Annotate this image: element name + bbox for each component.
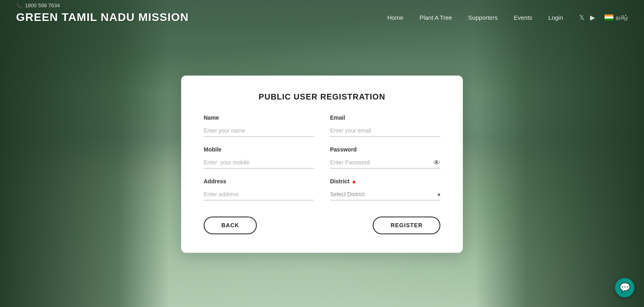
- password-input[interactable]: [330, 157, 440, 168]
- password-label: Password: [330, 146, 440, 153]
- address-group: Address: [204, 178, 314, 200]
- india-flag: [605, 15, 613, 21]
- phone-icon: 📞: [16, 2, 23, 8]
- twitter-icon[interactable]: 𝕏: [579, 14, 584, 21]
- nav-supporters[interactable]: Supporters: [468, 14, 497, 21]
- phone-number: 1800 599 7634: [25, 2, 60, 8]
- district-select[interactable]: Select District Chennai Coimbatore Madur…: [330, 189, 440, 200]
- site-title: GREEN TAMIL NADU MISSION: [16, 11, 387, 24]
- trees-right: [475, 0, 644, 307]
- chat-icon: 💬: [619, 282, 630, 293]
- nav-login[interactable]: Login: [548, 14, 563, 21]
- email-label: Email: [330, 114, 440, 121]
- back-button[interactable]: BACK: [204, 216, 257, 234]
- name-group: Name: [204, 114, 314, 137]
- name-label: Name: [204, 114, 314, 121]
- mobile-group: Mobile: [204, 146, 314, 168]
- header: 📞 1800 599 7634 GREEN TAMIL NADU MISSION…: [0, 0, 644, 30]
- social-icons: 𝕏 ▶ தமிழ்: [579, 14, 628, 21]
- trees-left: [0, 0, 169, 307]
- toggle-password-icon[interactable]: 👁: [433, 158, 440, 167]
- password-group: Password 👁: [330, 146, 440, 168]
- form-row-1: Name Email: [204, 114, 440, 137]
- district-select-wrapper: Select District Chennai Coimbatore Madur…: [330, 189, 440, 200]
- password-wrapper: 👁: [330, 157, 440, 168]
- nav-events[interactable]: Events: [514, 14, 532, 21]
- form-row-3: Address District Select District Chennai…: [204, 178, 440, 200]
- chat-button[interactable]: 💬: [615, 278, 634, 297]
- form-title: PUBLIC USER REGISTRATION: [204, 92, 440, 102]
- form-row-2: Mobile Password 👁: [204, 146, 440, 168]
- district-group: District Select District Chennai Coimbat…: [330, 178, 440, 200]
- nav-plant-a-tree[interactable]: Plant A Tree: [419, 14, 452, 21]
- register-button[interactable]: REGISTER: [373, 216, 440, 234]
- nav-bar: GREEN TAMIL NADU MISSION Home Plant A Tr…: [0, 11, 644, 30]
- district-label: District: [330, 178, 440, 185]
- youtube-icon[interactable]: ▶: [590, 14, 595, 21]
- main-nav: Home Plant A Tree Supporters Events Logi…: [387, 14, 563, 21]
- address-input[interactable]: [204, 189, 314, 200]
- top-bar: 📞 1800 599 7634: [0, 0, 644, 11]
- required-indicator: [353, 180, 355, 183]
- language-label: தமிழ்: [616, 14, 628, 21]
- registration-form: PUBLIC USER REGISTRATION Name Email Mobi…: [181, 75, 463, 253]
- email-group: Email: [330, 114, 440, 137]
- language-selector[interactable]: தமிழ்: [605, 14, 628, 21]
- nav-home[interactable]: Home: [387, 14, 403, 21]
- address-label: Address: [204, 178, 314, 185]
- form-buttons: BACK REGISTER: [204, 216, 440, 234]
- mobile-label: Mobile: [204, 146, 314, 153]
- name-input[interactable]: [204, 125, 314, 137]
- email-input[interactable]: [330, 125, 440, 137]
- mobile-input[interactable]: [204, 157, 314, 168]
